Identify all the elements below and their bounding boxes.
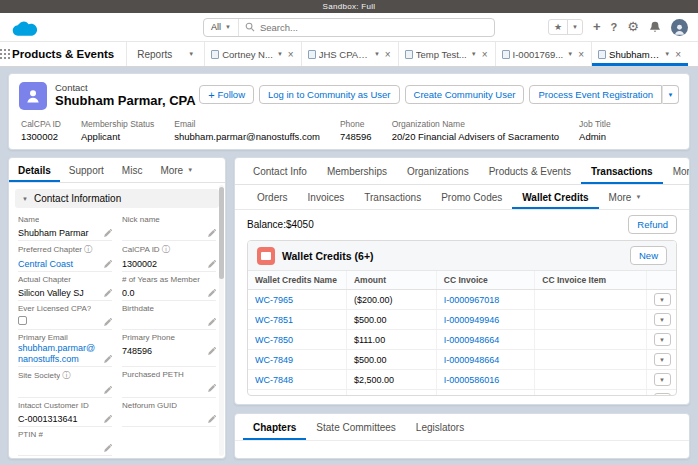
subtab-wallet-credits[interactable]: Wallet Credits bbox=[512, 185, 598, 209]
edit-pencil-icon[interactable] bbox=[103, 415, 112, 424]
gear-icon[interactable]: ⚙ bbox=[627, 19, 639, 35]
column-header[interactable]: CC Invoice bbox=[436, 271, 534, 290]
table-row[interactable]: WC-7851 $500.00 I-0000949946 ▼ bbox=[248, 310, 676, 330]
workspace-tab[interactable]: JHS CPAs, ... ▼ × bbox=[301, 42, 398, 66]
cc-invoice-link[interactable]: I-0000585958 bbox=[444, 395, 500, 397]
organization-link[interactable]: 20/20 Financial Advisers of Sacramento bbox=[392, 131, 559, 142]
table-row[interactable]: WC-7847 $300.00 I-0000585958 ▼ bbox=[248, 390, 676, 397]
edit-pencil-icon[interactable] bbox=[103, 289, 112, 298]
row-actions-button[interactable]: ▼ bbox=[654, 313, 671, 326]
subtab-orders[interactable]: Orders bbox=[247, 185, 298, 209]
tab-memberships[interactable]: Memberships bbox=[317, 158, 397, 184]
subtab-promo-codes[interactable]: Promo Codes bbox=[431, 185, 512, 209]
workspace-tab-active[interactable]: Shubham ... ▼ × bbox=[591, 42, 688, 66]
edit-pencil-icon[interactable] bbox=[103, 444, 112, 453]
follow-button[interactable]: + Follow bbox=[199, 85, 254, 104]
tab-state-committees[interactable]: State Committees bbox=[306, 414, 405, 440]
tab-close-icon[interactable]: × bbox=[481, 49, 489, 60]
workspace-tab[interactable]: Temp Test... ▼ × bbox=[398, 42, 495, 66]
scrollbar-track[interactable] bbox=[219, 185, 224, 456]
column-header[interactable]: Wallet Credits Name bbox=[248, 271, 346, 290]
edit-pencil-icon[interactable] bbox=[207, 415, 216, 424]
tab-more[interactable]: More ▼ bbox=[151, 158, 202, 182]
chevron-down-icon[interactable]: ▼ bbox=[373, 51, 381, 57]
subtab-transactions[interactable]: Transactions bbox=[354, 185, 431, 209]
search-input[interactable] bbox=[255, 22, 494, 33]
new-button[interactable]: New bbox=[630, 246, 667, 265]
section-contact-information[interactable]: ▼ Contact Information bbox=[15, 189, 219, 208]
edit-pencil-icon[interactable] bbox=[207, 347, 216, 356]
table-row[interactable]: WC-7849 $500.00 I-0000948664 ▼ bbox=[248, 350, 676, 370]
wallet-credit-link[interactable]: WC-7847 bbox=[255, 395, 293, 397]
row-actions-button[interactable]: ▼ bbox=[654, 393, 671, 396]
chevron-down-icon[interactable]: ▼ bbox=[663, 51, 671, 57]
refund-button[interactable]: Refund bbox=[628, 215, 677, 234]
chevron-down-icon[interactable]: ▼ bbox=[188, 51, 194, 57]
cc-invoice-link[interactable]: I-0000948664 bbox=[444, 355, 500, 365]
edit-pencil-icon[interactable] bbox=[207, 289, 216, 298]
more-actions-caret-button[interactable]: ▼ bbox=[662, 85, 679, 104]
app-launcher-icon[interactable] bbox=[0, 42, 10, 66]
process-event-registration-button[interactable]: Process Event Registration bbox=[529, 85, 662, 104]
cc-invoice-link[interactable]: I-0000948664 bbox=[444, 335, 500, 345]
phone-link[interactable]: 748596 bbox=[340, 131, 372, 142]
column-header[interactable]: CC Invoice Item bbox=[535, 271, 646, 290]
cc-invoice-link[interactable]: I-0000586016 bbox=[444, 375, 500, 385]
workspace-tab[interactable]: Cortney N... ▼ × bbox=[204, 42, 300, 66]
tab-close-icon[interactable]: × bbox=[287, 49, 295, 60]
edit-pencil-icon[interactable] bbox=[103, 355, 112, 364]
wallet-credit-link[interactable]: WC-7849 bbox=[255, 355, 293, 365]
search-scope-selector[interactable]: All ▼ bbox=[204, 19, 239, 36]
avatar[interactable] bbox=[671, 19, 688, 36]
table-row[interactable]: WC-7965 ($200.00) I-0000967018 ▼ bbox=[248, 290, 676, 310]
row-actions-button[interactable]: ▼ bbox=[654, 373, 671, 386]
workspace-tab[interactable]: I-0001769... ▼ × bbox=[495, 42, 592, 66]
email-link[interactable]: shubham.parmar@nanostuffs.com bbox=[174, 131, 320, 142]
wallet-credit-link[interactable]: WC-7851 bbox=[255, 315, 293, 325]
wallet-credit-link[interactable]: WC-7848 bbox=[255, 375, 293, 385]
tab-chapters[interactable]: Chapters bbox=[243, 414, 306, 440]
info-icon[interactable]: ⓘ bbox=[62, 370, 70, 381]
edit-pencil-icon[interactable] bbox=[103, 386, 112, 395]
edit-pencil-icon[interactable] bbox=[207, 229, 216, 238]
login-as-community-user-button[interactable]: Log in to Community as User bbox=[259, 85, 400, 104]
table-row[interactable]: WC-7850 $111.00 I-0000948664 ▼ bbox=[248, 330, 676, 350]
chevron-down-icon[interactable]: ▼ bbox=[566, 51, 574, 57]
global-search[interactable]: All ▼ bbox=[203, 18, 495, 37]
row-actions-button[interactable]: ▼ bbox=[654, 353, 671, 366]
edit-pencil-icon[interactable] bbox=[207, 260, 216, 269]
tab-legislators[interactable]: Legislators bbox=[406, 414, 474, 440]
notifications-bell-icon[interactable] bbox=[649, 21, 661, 33]
tab-close-icon[interactable]: × bbox=[384, 49, 392, 60]
tab-support[interactable]: Support bbox=[60, 158, 113, 182]
edit-pencil-icon[interactable] bbox=[103, 318, 112, 327]
edit-pencil-icon[interactable] bbox=[207, 318, 216, 327]
create-community-user-button[interactable]: Create Community User bbox=[405, 85, 525, 104]
cc-invoice-link[interactable]: I-0000967018 bbox=[444, 295, 500, 305]
subtab-invoices[interactable]: Invoices bbox=[298, 185, 355, 209]
column-header[interactable]: Amount bbox=[346, 271, 436, 290]
info-icon[interactable]: ⓘ bbox=[162, 244, 170, 255]
tab-details[interactable]: Details bbox=[9, 158, 60, 182]
global-actions-icon[interactable]: + bbox=[593, 19, 601, 35]
subtab-more[interactable]: More ▼ bbox=[599, 185, 652, 209]
favorites-star-icon[interactable]: ★ bbox=[549, 20, 567, 34]
tab-transactions[interactable]: Transactions bbox=[581, 158, 663, 184]
tab-organizations[interactable]: Organizations bbox=[397, 158, 479, 184]
wallet-credit-link[interactable]: WC-7965 bbox=[255, 295, 293, 305]
primary-email-link[interactable]: shubham.parmar@nanostuffs.com bbox=[18, 343, 100, 364]
help-icon[interactable]: ? bbox=[611, 19, 618, 35]
chevron-down-icon[interactable]: ▼ bbox=[276, 51, 284, 57]
tab-products-events[interactable]: Products & Events bbox=[479, 158, 581, 184]
favorites-button-group[interactable]: ★ ▼ bbox=[548, 19, 583, 35]
cc-invoice-link[interactable]: I-0000949946 bbox=[444, 315, 500, 325]
nav-more-tab[interactable]: More ▼ bbox=[688, 42, 698, 66]
row-actions-button[interactable]: ▼ bbox=[654, 333, 671, 346]
tab-close-icon[interactable]: × bbox=[577, 49, 585, 60]
tab-contact-info[interactable]: Contact Info bbox=[243, 158, 317, 184]
info-icon[interactable]: ⓘ bbox=[84, 244, 92, 255]
edit-pencil-icon[interactable] bbox=[207, 384, 216, 393]
tab-close-icon[interactable]: × bbox=[674, 49, 682, 60]
row-actions-button[interactable]: ▼ bbox=[654, 293, 671, 306]
nav-item-reports[interactable]: Reports ▼ bbox=[126, 42, 204, 66]
